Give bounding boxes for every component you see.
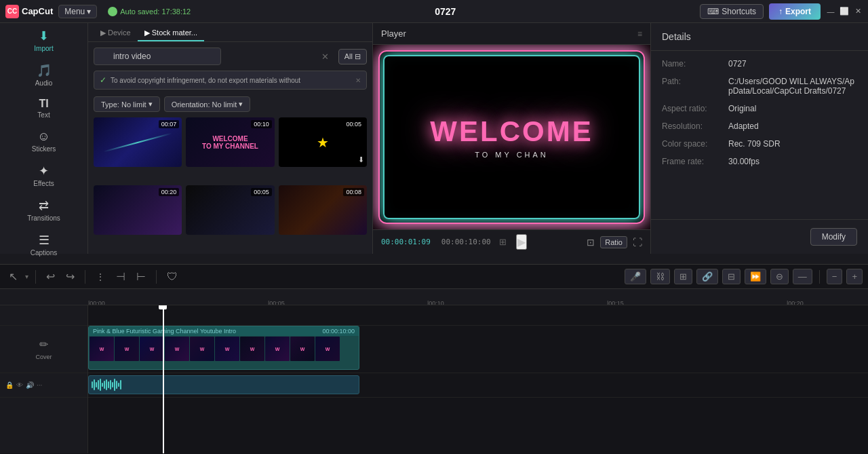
tab-stock[interactable]: ▶ Stock mater...: [138, 26, 204, 41]
app-logo: CC CapCut: [5, 5, 53, 18]
path-value: C:/Users/GOOD WILL ALWAYS/AppData/Local/…: [728, 77, 857, 96]
cursor-chevron-icon: ▾: [25, 273, 28, 280]
name-value: 0727: [728, 59, 747, 69]
mini-thumb-2: W: [115, 337, 139, 361]
details-panel: Details Name: 0727 Path: C:/Users/GOOD W…: [651, 23, 868, 254]
zoom-out-button[interactable]: −: [827, 269, 843, 284]
fullscreen-icon[interactable]: ⛶: [633, 237, 642, 248]
toolbar-item-captions[interactable]: ☰ Captions: [0, 227, 87, 262]
mini-thumb-9: W: [290, 337, 315, 361]
toolbar-separator-1: [35, 270, 36, 284]
play-button[interactable]: ▶: [516, 234, 527, 250]
maximize-button[interactable]: ⬜: [840, 7, 849, 16]
media-tabs: ▶ Device ▶ Stock mater...: [88, 23, 372, 42]
toolbar-item-transitions[interactable]: ⇄ Transitions: [0, 193, 87, 227]
grid-view-icon[interactable]: ⊞: [499, 237, 507, 247]
video-thumbnail-1[interactable]: 00:07: [94, 117, 182, 167]
video-thumbnail-5[interactable]: 00:05: [186, 185, 274, 235]
timeline-content: ✏ Cover 🔒 👁 🔊 ··· Pin: [0, 305, 868, 453]
video-thumbnail-6[interactable]: 00:08: [279, 185, 367, 235]
frame-rate-value: 30.00fps: [728, 157, 760, 166]
speed-button[interactable]: ⏩: [745, 269, 766, 284]
minus-button[interactable]: ⊖: [770, 269, 789, 284]
trim-right-button[interactable]: ⊢: [133, 268, 149, 285]
main-area: ⬇ Import 🎵 Audio TI Text ☺ Stickers ✦ Ef…: [0, 23, 868, 254]
orientation-filter-button[interactable]: Orientation: No limit ▾: [164, 96, 251, 112]
toolbar-item-import[interactable]: ⬇ Import: [0, 23, 87, 58]
close-button[interactable]: ✕: [853, 7, 863, 16]
autosave-dot-icon: ✓: [108, 7, 117, 16]
playhead-handle[interactable]: [159, 305, 167, 309]
video-clip-main[interactable]: Pink & Blue Futuristic Gaming Channel Yo…: [88, 326, 359, 370]
export-button[interactable]: ↑ Export: [769, 3, 821, 20]
tab-device[interactable]: ▶ Device: [94, 26, 138, 41]
group-button[interactable]: ⊞: [674, 269, 692, 284]
track-label-cover[interactable]: ✏ Cover: [0, 326, 87, 373]
track-row-audio: [88, 373, 868, 398]
type-filter-label: Type: No limit: [101, 100, 146, 109]
microphone-button[interactable]: 🎤: [625, 269, 646, 284]
effects-label: Effects: [33, 180, 54, 187]
playhead[interactable]: [163, 305, 164, 453]
video-thumbnail-3[interactable]: ★ 00:05 ⬇: [279, 117, 367, 167]
more-icon[interactable]: ···: [37, 381, 42, 389]
time-total: 00:00:10:00: [441, 238, 491, 246]
trim-left-button[interactable]: ⊣: [113, 268, 129, 285]
resolution-label: Resolution:: [662, 121, 723, 131]
fullscreen-fit-icon[interactable]: ⊡: [587, 237, 595, 248]
sticker-link-button[interactable]: ⛓: [650, 269, 670, 284]
detail-colorspace-row: Color space: Rec. 709 SDR: [662, 139, 857, 149]
clear-icon[interactable]: ✕: [321, 52, 329, 62]
download-icon-3[interactable]: ⬇: [358, 155, 364, 164]
ratio-button[interactable]: Ratio: [600, 236, 627, 248]
left-toolbar: ⬇ Import 🎵 Audio TI Text ☺ Stickers ✦ Ef…: [0, 23, 88, 254]
zoom-in-button[interactable]: +: [846, 269, 863, 284]
toolbar-item-stickers[interactable]: ☺ Stickers: [0, 124, 87, 158]
mini-thumb-8: W: [265, 337, 290, 361]
toolbar-item-audio[interactable]: 🎵 Audio: [0, 58, 87, 92]
track-labels: ✏ Cover 🔒 👁 🔊 ···: [0, 305, 88, 453]
search-row: 🔍 ✕ All ⊟: [94, 48, 367, 65]
audio-label: Audio: [35, 79, 53, 87]
search-input[interactable]: [94, 48, 221, 65]
video-thumbnail-2[interactable]: WELCOMETO MY CHANNEL 00:10: [186, 117, 274, 167]
video-duration-2: 00:10: [251, 120, 272, 128]
minimize-button[interactable]: —: [826, 7, 835, 16]
timeline-ruler: |00:00 |00:05 |00:10 |00:15 |00:20 |00:2…: [0, 289, 868, 305]
split-button[interactable]: ⋮: [92, 269, 108, 284]
mini-thumb-1: W: [90, 337, 114, 361]
video-thumbnail-4[interactable]: 00:20: [94, 185, 182, 235]
close-warning-icon[interactable]: ✕: [355, 77, 361, 84]
aspect-ratio-value: Original: [728, 104, 756, 113]
resolution-value: Adapted: [728, 121, 759, 131]
type-filter-button[interactable]: Type: No limit ▾: [94, 96, 160, 112]
menu-chevron-icon: ▾: [87, 7, 91, 16]
player-header: Player ≡: [373, 23, 650, 45]
chain-button[interactable]: 🔗: [696, 269, 718, 284]
shield-button[interactable]: 🛡: [163, 269, 181, 285]
track-row-empty: [88, 305, 868, 326]
undo-button[interactable]: ↩: [43, 268, 58, 285]
app-name: CapCut: [22, 6, 53, 16]
stickers-icon: ☺: [37, 130, 50, 144]
pip-button[interactable]: ⊟: [722, 269, 741, 284]
audio-clip[interactable]: [88, 375, 359, 394]
project-title: 0727: [196, 6, 694, 17]
copyright-warning: ✓ To avoid copyright infringement, do no…: [94, 71, 367, 90]
menu-button[interactable]: Menu ▾: [58, 5, 97, 18]
effects-icon: ✦: [39, 164, 49, 178]
video-duration-6: 00:08: [343, 188, 364, 196]
shortcuts-label: Shortcuts: [722, 7, 756, 16]
all-filter-button[interactable]: All ⊟: [338, 49, 367, 64]
dash-button[interactable]: —: [793, 269, 812, 284]
toolbar-item-text[interactable]: TI Text: [0, 92, 87, 124]
cursor-tool-button[interactable]: ↖: [5, 268, 21, 285]
modify-button[interactable]: Modify: [810, 228, 857, 246]
shortcuts-button[interactable]: ⌨ Shortcuts: [700, 4, 764, 19]
video-grid: 00:07 WELCOMETO MY CHANNEL 00:10 ★ 00:05…: [88, 117, 372, 254]
player-menu-icon[interactable]: ≡: [637, 29, 642, 39]
logo-icon: CC: [5, 5, 19, 18]
toolbar-item-effects[interactable]: ✦ Effects: [0, 158, 87, 193]
redo-button[interactable]: ↪: [62, 268, 78, 285]
track-row-main: Pink & Blue Futuristic Gaming Channel Yo…: [88, 326, 868, 373]
